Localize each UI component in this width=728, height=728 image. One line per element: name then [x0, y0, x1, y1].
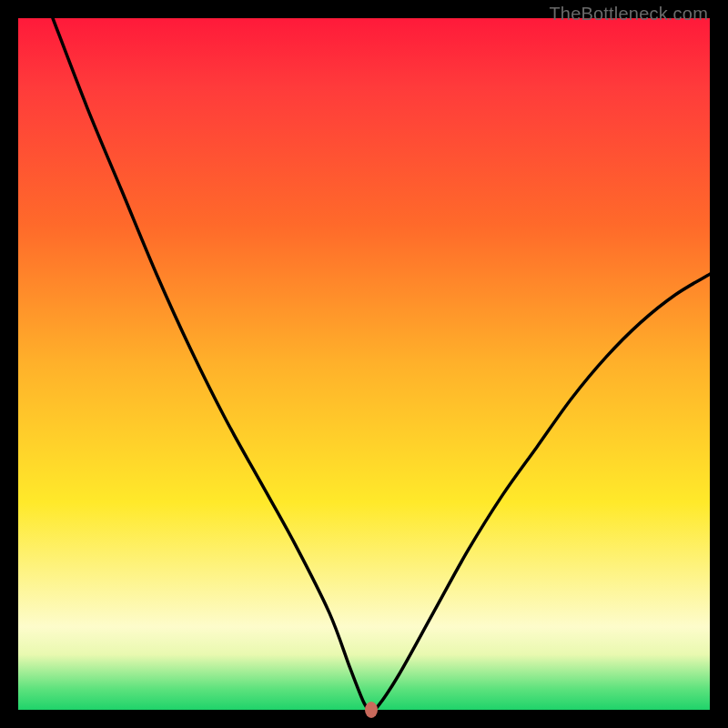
watermark-text: TheBottleneck.com: [549, 4, 708, 25]
plot-area: [18, 18, 710, 710]
bottleneck-curve: [18, 18, 710, 710]
chart-frame: TheBottleneck.com: [0, 0, 728, 728]
optimal-point-marker: [365, 702, 378, 718]
